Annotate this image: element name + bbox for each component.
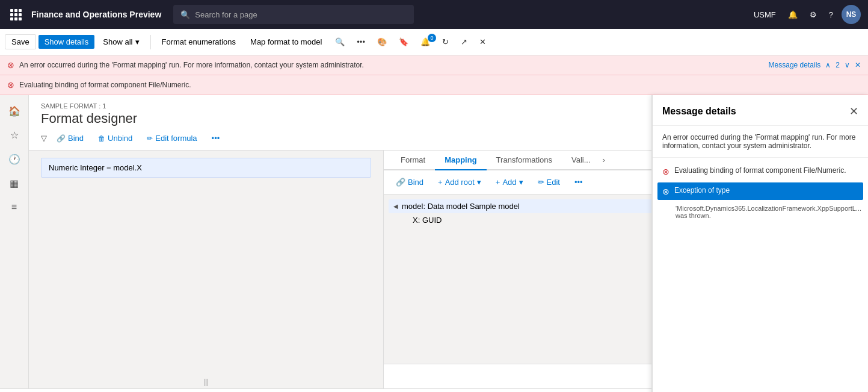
grid-icon (10, 9, 22, 20)
show-details-button[interactable]: Show details (38, 35, 95, 49)
user-avatar[interactable]: NS (842, 5, 861, 24)
bind-icon: 🔗 (57, 134, 66, 143)
main-toolbar: Save Show details Show all ▾ Format enum… (0, 29, 868, 55)
error-text-1: Evaluating binding of format component F… (674, 166, 846, 175)
alert-count: 2 (836, 61, 840, 69)
message-panel-description: An error occurred during the 'Format map… (653, 126, 868, 158)
sidebar-table-icon[interactable]: ▦ (4, 172, 25, 194)
sidebar-list-icon[interactable]: ≡ (4, 196, 25, 218)
save-button[interactable]: Save (5, 34, 36, 49)
toolbar-separator (150, 35, 151, 49)
refresh-icon[interactable]: ↻ (437, 35, 454, 49)
top-nav-right: USMF 🔔 ⚙ ? NS (750, 5, 861, 24)
add-root-chevron: ▾ (477, 178, 481, 187)
search-icon: 🔍 (180, 10, 190, 19)
format-enumerations-button[interactable]: Format enumerations (156, 35, 242, 49)
alert-bar-2: ⊗ Evaluating binding of format component… (0, 75, 868, 95)
error-item-1: ⊗ Evaluating binding of format component… (657, 163, 863, 180)
sidebar-clock-icon[interactable]: 🕐 (4, 148, 25, 170)
error-item-2: ⊗ Exception of type (657, 182, 863, 200)
top-nav-bar: Finance and Operations Preview 🔍 Search … (0, 0, 868, 29)
show-all-button[interactable]: Show all ▾ (97, 35, 145, 49)
app-grid-button[interactable] (7, 6, 24, 23)
message-panel-close-button[interactable]: ✕ (849, 105, 858, 118)
alert-bar-1: ⊗ An error occurred during the 'Format m… (0, 55, 868, 75)
badge-icon[interactable]: 0 🔔 (416, 35, 435, 49)
sidebar-home-icon[interactable]: 🏠 (4, 100, 25, 122)
usmf-selector[interactable]: USMF (750, 8, 780, 22)
tree-root-label: model: Data model Sample model (402, 202, 520, 211)
add-root-button[interactable]: + Add root ▾ (433, 175, 486, 189)
alert-icon-2: ⊗ (7, 80, 14, 90)
left-panel: Numeric Integer = model.X || (29, 151, 384, 388)
error-detail: 'Microsoft.Dynamics365.LocalizationFrame… (657, 202, 863, 222)
search-bar[interactable]: 🔍 Search for a page (173, 5, 414, 24)
palette-icon[interactable]: 🎨 (372, 35, 392, 49)
tree-child-label: X: GUID (413, 216, 442, 225)
settings-icon[interactable]: ⚙ (806, 8, 820, 22)
sidebar-star-icon[interactable]: ☆ (4, 124, 25, 146)
tab-transformations[interactable]: Transformations (487, 151, 562, 170)
add-chevron: ▾ (519, 178, 523, 187)
more-options-icon[interactable]: ••• (352, 35, 370, 49)
search-placeholder: Search for a page (195, 10, 257, 19)
model-bind-icon: 🔗 (396, 178, 405, 187)
add-icon: + (496, 178, 500, 187)
format-item[interactable]: Numeric Integer = model.X (41, 158, 371, 178)
edit-formula-button[interactable]: ✏ Edit formula (142, 131, 202, 145)
search-icon-toolbar[interactable]: 🔍 (330, 35, 349, 49)
message-panel-errors: ⊗ Evaluating binding of format component… (653, 158, 868, 226)
alert-text-2: Evaluating binding of format component F… (19, 81, 191, 89)
help-icon[interactable]: ? (825, 8, 837, 22)
error-text-2: Exception of type (674, 186, 730, 194)
bookmark-icon[interactable]: 🔖 (394, 35, 413, 49)
left-panel-content: Numeric Integer = model.X (29, 151, 383, 375)
tab-validation[interactable]: Vali... (562, 151, 600, 170)
model-bind-button[interactable]: 🔗 Bind (391, 175, 428, 189)
alert-icon-1: ⊗ (7, 60, 14, 70)
tab-chevron-right[interactable]: › (600, 151, 608, 169)
external-link-icon[interactable]: ↗ (456, 35, 472, 49)
error-icon-1: ⊗ (662, 167, 669, 176)
tree-root-chevron[interactable]: ◀ (393, 203, 398, 210)
tab-format[interactable]: Format (391, 151, 435, 170)
add-root-icon: + (438, 178, 443, 187)
sidebar: 🏠 ☆ 🕐 ▦ ≡ (0, 95, 29, 388)
error-icon-2: ⊗ (662, 187, 669, 196)
formula-icon: ✏ (147, 134, 153, 143)
add-button[interactable]: + Add ▾ (491, 175, 528, 189)
map-format-button[interactable]: Map format to model (244, 35, 328, 49)
resize-handle[interactable]: || (29, 375, 383, 388)
close-icon-toolbar[interactable]: ✕ (475, 35, 491, 49)
message-panel-title: Message details (662, 106, 736, 117)
notification-bell[interactable]: 🔔 (784, 8, 801, 22)
edit-icon: ✏ (538, 178, 544, 187)
edit-button[interactable]: ✏ Edit (533, 175, 565, 189)
message-panel: Message details ✕ An error occurred duri… (651, 95, 868, 392)
unbind-icon: 🗑 (98, 134, 105, 143)
alert-text-1: An error occurred during the 'Format map… (19, 61, 364, 69)
app-title: Finance and Operations Preview (31, 10, 161, 19)
unbind-button[interactable]: 🗑 Unbind (93, 131, 137, 145)
bind-button[interactable]: 🔗 Bind (52, 131, 88, 145)
alert-nav-next[interactable]: ∨ (845, 61, 850, 69)
more-model-options[interactable]: ••• (570, 175, 588, 189)
chevron-down-icon: ▾ (135, 37, 140, 46)
filter-icon[interactable]: ▽ (41, 134, 47, 143)
tab-mapping[interactable]: Mapping (435, 151, 486, 170)
message-details-link[interactable]: Message details (769, 61, 821, 69)
alert-close[interactable]: ✕ (855, 61, 861, 69)
message-panel-header: Message details ✕ (653, 95, 868, 126)
alert-right-1: Message details ∧ 2 ∨ ✕ (769, 61, 861, 69)
alert-nav-prev[interactable]: ∧ (825, 61, 831, 69)
more-designer-options[interactable]: ••• (207, 131, 225, 145)
